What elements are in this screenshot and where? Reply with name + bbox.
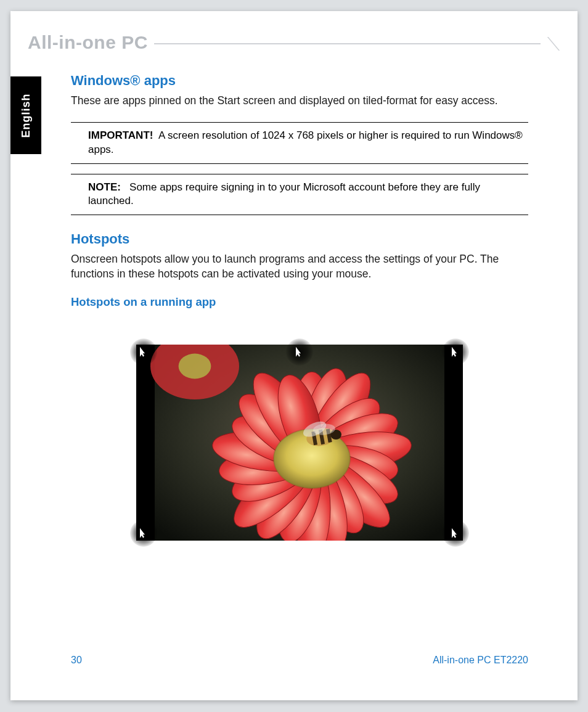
cursor-icon: [442, 338, 469, 366]
callout-note-text: Some apps require signing in to your Mic…: [88, 181, 480, 207]
callout-important: IMPORTANT! A screen resolution of 1024 x…: [71, 122, 528, 164]
cursor-icon: [130, 338, 157, 366]
cursor-icon: [442, 520, 469, 547]
footer-model: All-in-one PC ET2220: [433, 655, 528, 666]
heading-hotspots: Hotspots: [71, 231, 528, 247]
callout-note-label: NOTE:: [88, 181, 121, 193]
cursor-icon: [286, 338, 313, 366]
callout-important-text: A screen resolution of 1024 x 768 pixels…: [88, 129, 523, 155]
figure-hotspots: [136, 345, 463, 541]
content: Windows® apps These are apps pinned on t…: [71, 73, 528, 541]
language-tab: English: [10, 76, 41, 154]
svg-point-27: [179, 353, 211, 379]
page-number: 30: [71, 655, 82, 666]
language-tab-label: English: [20, 93, 33, 137]
header-rule: [150, 43, 541, 44]
paragraph-hotspots: Onscreen hotspots allow you to launch pr…: [71, 252, 528, 281]
heading-windows-apps: Windows® apps: [71, 73, 528, 89]
page-header: All-in-one PC: [10, 35, 578, 58]
callout-important-label: IMPORTANT!: [88, 129, 153, 141]
page: All-in-one PC English Windows® apps Thes…: [10, 11, 578, 700]
header-title: All-in-one PC: [28, 32, 154, 53]
callout-note: NOTE: Some apps require signing in to yo…: [71, 174, 528, 216]
cursor-icon: [130, 520, 157, 547]
subheading-hotspots-running-app: Hotspots on a running app: [71, 295, 528, 309]
flower-photo: [136, 345, 463, 541]
page-footer: 30 All-in-one PC ET2220: [71, 655, 528, 666]
paragraph-windows-apps: These are apps pinned on the Start scree…: [71, 94, 528, 108]
